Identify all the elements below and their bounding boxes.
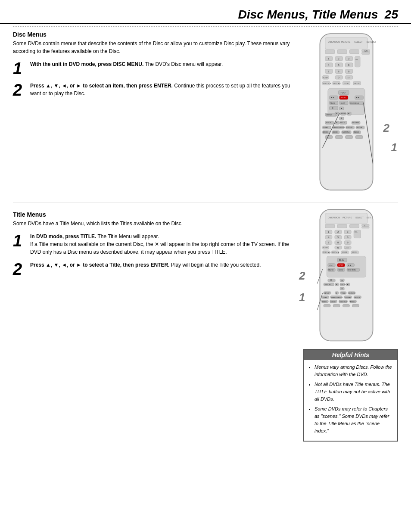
svg-text:DEV: DEV (367, 217, 371, 219)
svg-text:RETURN: RETURN (349, 292, 355, 294)
svg-text:SUBTITLE: SUBTITLE (339, 301, 347, 302)
title-step-2-content: Press ▲, ▼, ◄, or ► to select a Title, t… (30, 261, 295, 269)
svg-rect-6 (325, 50, 335, 54)
svg-text:ZOOM: ZOOM (342, 252, 347, 253)
svg-text:◄◄: ◄◄ (330, 96, 334, 99)
disc-step-1-number: 1 (13, 60, 25, 77)
svg-text:9: 9 (348, 70, 350, 73)
svg-text:MODE: MODE (322, 301, 327, 302)
svg-text:SUBTITLE: SUBTITLE (342, 131, 350, 133)
svg-text:II: II (330, 279, 332, 281)
title-step-2-number: 2 (13, 261, 25, 277)
svg-text:PREV◄◄: PREV◄◄ (323, 252, 330, 253)
title-menus-title: Title Menus (13, 211, 295, 218)
remote-2-container: 2 1 DIMENSION PICTURE SELECT DEV CH 1 (303, 207, 389, 345)
svg-text:ZOOM: ZOOM (344, 83, 349, 84)
svg-text:SLOW: SLOW (340, 103, 345, 104)
svg-text:7: 7 (328, 240, 330, 243)
svg-rect-206 (342, 304, 349, 307)
svg-text:◄◄: ◄◄ (329, 264, 333, 266)
disc-menus-title: Disc Menus (13, 31, 295, 38)
svg-text:MUTE: MUTE (352, 252, 357, 253)
section-divider (13, 202, 398, 202)
svg-text:8: 8 (338, 70, 339, 73)
svg-text:PLAY: PLAY (340, 92, 346, 94)
svg-text:1: 1 (328, 57, 330, 60)
page-header: Disc Menus, Title Menus 25 (0, 0, 411, 24)
disc-step-1-bold: With the unit in DVD mode, press DISC ME… (30, 61, 143, 67)
svg-text:+10: +10 (346, 77, 350, 79)
remote-1-label-2: 2 (383, 121, 389, 135)
svg-text:DISPLAY: DISPLAY (324, 284, 331, 286)
hint-2: Not all DVDs have Title menus. The TITLE… (314, 381, 393, 403)
svg-text:VOL: VOL (354, 231, 357, 233)
svg-text:PLAY: PLAY (339, 259, 345, 261)
svg-text:AUDIO: AUDIO (333, 131, 338, 133)
svg-text:7: 7 (328, 70, 330, 73)
svg-text:►: ► (347, 283, 349, 286)
svg-text:DISC MENU: DISC MENU (347, 269, 356, 271)
disc-menus-remote: 2 1 DIMENSION PICTURE SELECT DEVI/DEI CH (303, 31, 398, 196)
svg-text:TITLE: TITLE (340, 292, 346, 294)
svg-text:NEXT ►►: NEXT ►► (333, 83, 341, 84)
svg-text:PREV ◄◄: PREV ◄◄ (323, 83, 331, 84)
svg-text:ANGLE: ANGLE (354, 131, 359, 133)
svg-text:6: 6 (348, 63, 350, 66)
remote-2-label-2: 2 (299, 269, 305, 283)
svg-rect-7 (337, 50, 347, 54)
svg-text:PAUSE: PAUSE (328, 269, 334, 271)
svg-text:▲: ▲ (340, 107, 342, 109)
svg-rect-112 (337, 224, 347, 228)
svg-text:CH: CH (364, 50, 368, 52)
svg-text:DEVI/DEI: DEVI/DEI (367, 41, 376, 43)
svg-text:▼: ▼ (341, 288, 343, 290)
svg-text:3: 3 (347, 230, 349, 233)
svg-text:ANGLE: ANGLE (350, 301, 356, 302)
svg-text:▼: ▼ (336, 292, 337, 294)
title-step-1: 1 In DVD mode, press TITLE. The Title Me… (13, 233, 295, 256)
remote-1-svg: DIMENSION PICTURE SELECT DEVI/DEI CH 1 2… (312, 31, 381, 196)
svg-text:CLEAR: CLEAR (323, 127, 329, 128)
helpful-hints-body: Menus vary among Discs. Follow the infor… (304, 360, 397, 441)
svg-text:4: 4 (328, 63, 330, 66)
svg-text:►: ► (348, 112, 350, 115)
svg-text:SEARCH MODE: SEARCH MODE (333, 127, 345, 128)
title-menus-desc: Some DVDs have a Title Menu, which lists… (13, 220, 295, 227)
svg-text:REPEAT: REPEAT (345, 296, 351, 298)
svg-rect-207 (352, 304, 359, 307)
svg-text:3: 3 (348, 57, 350, 60)
svg-text:PICTURE: PICTURE (341, 41, 351, 43)
svg-text:SEARCH MODE: SEARCH MODE (331, 296, 343, 298)
svg-text:SETUP: SETUP (324, 292, 330, 294)
disc-step-2-content: Press ▲, ▼, ◄, or ► to select an item, t… (30, 82, 295, 97)
svg-text:DISC MENU: DISC MENU (350, 103, 359, 104)
svg-text:DIMENSION: DIMENSION (328, 217, 340, 219)
svg-text:◄: ◄ (336, 112, 337, 115)
svg-text:TITLE: TITLE (340, 121, 345, 124)
svg-text:SLOW: SLOW (339, 269, 343, 271)
svg-text:0: 0 (338, 76, 339, 79)
title-step-2-bold: Press ▲, ▼, ◄, or ► to select a Title, t… (30, 262, 169, 268)
svg-rect-1 (325, 37, 367, 49)
disc-step-2-number: 2 (13, 82, 25, 98)
title-step-2: 2 Press ▲, ▼, ◄, or ► to select a Title,… (13, 261, 295, 277)
disc-menus-left: Disc Menus Some DVDs contain menus that … (13, 31, 303, 196)
svg-text:4: 4 (328, 235, 330, 238)
svg-text:+10: +10 (346, 247, 349, 249)
title-menus-right: 2 1 DIMENSION PICTURE SELECT DEV CH 1 (303, 207, 398, 442)
page-title: Disc Menus, Title Menus 25 (238, 8, 398, 21)
svg-rect-11 (362, 52, 370, 54)
svg-text:CLEAR: CLEAR (322, 296, 327, 298)
svg-text:▲: ▲ (341, 279, 343, 281)
remote-2-svg: DIMENSION PICTURE SELECT DEV CH 1 2 3 VO… (312, 207, 381, 345)
svg-text:▼: ▼ (340, 117, 342, 119)
title-step-1-bold: In DVD mode, press TITLE. (30, 233, 96, 240)
svg-text:►►: ►► (356, 96, 360, 99)
svg-text:6: 6 (347, 235, 349, 238)
remote-2-label-1: 1 (299, 291, 305, 304)
svg-rect-204 (324, 304, 330, 307)
svg-rect-24 (355, 56, 360, 67)
title-step-1-content: In DVD mode, press TITLE. The Title Menu… (30, 233, 295, 256)
svg-text:PAUSE: PAUSE (330, 103, 336, 104)
helpful-hints-title: Helpful Hints (304, 350, 397, 360)
